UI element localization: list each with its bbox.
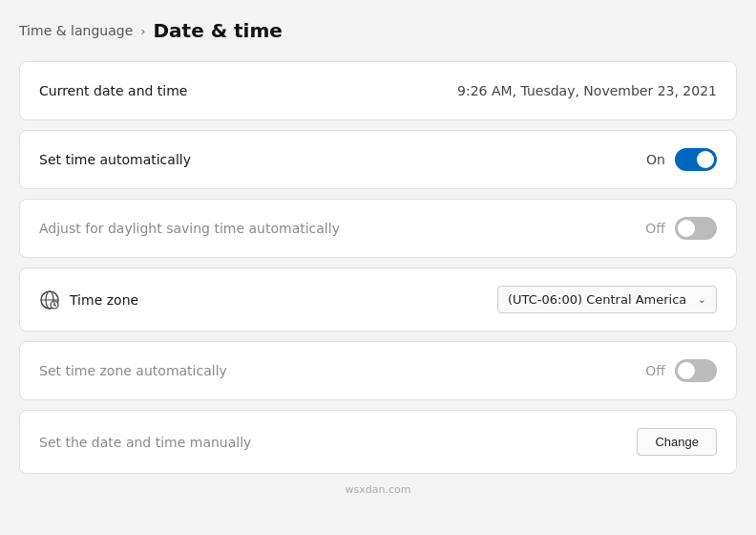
settings-container: Time & language › Date & time Current da…: [19, 19, 737, 496]
time-zone-card: Time zone (UTC-06:00) Central America ⌄: [19, 268, 737, 332]
chevron-down-icon: ⌄: [698, 293, 706, 306]
set-time-auto-toggle-label: On: [646, 152, 665, 167]
breadcrumb-parent: Time & language: [19, 23, 133, 38]
set-time-auto-label: Set time automatically: [39, 152, 191, 167]
set-time-auto-toggle[interactable]: [675, 148, 717, 171]
time-zone-label-group: Time zone: [39, 289, 138, 310]
breadcrumb-current: Date & time: [153, 19, 282, 42]
set-time-auto-toggle-group: On: [646, 148, 717, 171]
manual-datetime-label: Set the date and time manually: [39, 435, 251, 450]
set-tz-auto-toggle[interactable]: [675, 359, 717, 382]
current-datetime-card: Current date and time 9:26 AM, Tuesday, …: [19, 61, 737, 120]
time-zone-dropdown-value: (UTC-06:00) Central America: [508, 292, 686, 307]
daylight-saving-card: Adjust for daylight saving time automati…: [19, 199, 737, 258]
breadcrumb: Time & language › Date & time: [19, 19, 737, 42]
set-tz-auto-label: Set time zone automatically: [39, 363, 227, 378]
set-tz-auto-row: Set time zone automatically Off: [20, 342, 736, 399]
manual-datetime-card: Set the date and time manually Change: [19, 410, 737, 474]
current-datetime-value: 9:26 AM, Tuesday, November 23, 2021: [457, 83, 717, 98]
daylight-saving-row: Adjust for daylight saving time automati…: [20, 200, 736, 257]
daylight-saving-toggle-knob: [678, 220, 695, 237]
change-button[interactable]: Change: [637, 428, 717, 456]
set-time-auto-row: Set time automatically On: [20, 131, 736, 188]
daylight-saving-toggle-group: Off: [645, 217, 717, 240]
set-tz-auto-card: Set time zone automatically Off: [19, 341, 737, 400]
daylight-saving-toggle-label: Off: [645, 221, 665, 236]
set-tz-auto-toggle-knob: [678, 362, 695, 379]
time-zone-row: Time zone (UTC-06:00) Central America ⌄: [20, 268, 736, 331]
breadcrumb-separator: ›: [140, 24, 145, 38]
daylight-saving-label: Adjust for daylight saving time automati…: [39, 221, 340, 236]
current-datetime-label: Current date and time: [39, 83, 187, 98]
current-datetime-row: Current date and time 9:26 AM, Tuesday, …: [20, 62, 736, 119]
daylight-saving-toggle[interactable]: [675, 217, 717, 240]
set-tz-auto-toggle-label: Off: [645, 363, 665, 378]
time-zone-text-label: Time zone: [70, 292, 138, 308]
time-zone-dropdown[interactable]: (UTC-06:00) Central America ⌄: [497, 286, 717, 313]
set-tz-auto-toggle-group: Off: [645, 359, 717, 382]
set-time-auto-toggle-knob: [697, 151, 714, 168]
set-time-auto-card: Set time automatically On: [19, 130, 737, 189]
watermark: wsxdan.com: [19, 483, 737, 496]
time-zone-icon: [39, 289, 60, 310]
manual-datetime-row: Set the date and time manually Change: [20, 411, 736, 473]
